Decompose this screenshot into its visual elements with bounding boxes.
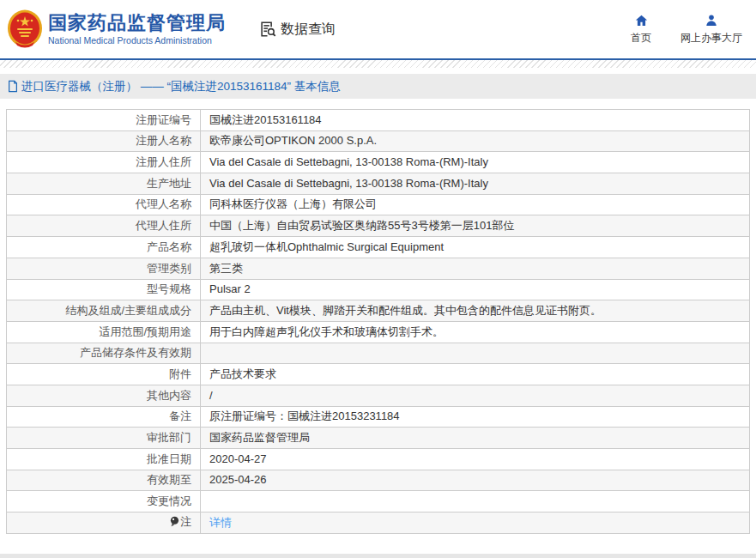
row-label: 有效期至 — [7, 470, 201, 491]
row-value: 同科林医疗仪器（上海）有限公司 — [201, 194, 750, 215]
person-icon — [705, 14, 718, 27]
data-query-icon — [258, 20, 277, 39]
table-row: 变更情况 — [7, 491, 750, 513]
row-value: 第三类 — [201, 258, 750, 279]
row-value: 超乳玻切一体机Ophthalmic Surgical Equipment — [201, 237, 750, 258]
table-row: 产品储存条件及有效期 — [7, 343, 750, 364]
row-label: 附件 — [7, 364, 201, 385]
data-query-title: 数据查询 — [258, 20, 336, 39]
table-row: 附件 产品技术要求 — [7, 364, 750, 385]
row-value: 欧帝康公司OPTIKON 2000 S.p.A. — [201, 130, 750, 152]
row-value — [201, 343, 750, 364]
row-value: Via del Casale di Settebagni, 13-00138 R… — [201, 152, 750, 173]
row-label: 产品储存条件及有效期 — [7, 343, 201, 364]
org-name-en: National Medical Products Administration — [48, 34, 226, 46]
table-row: 代理人名称 同科林医疗仪器（上海）有限公司 — [7, 194, 750, 215]
row-label: 代理人名称 — [7, 194, 201, 215]
row-label: 注册人住所 — [7, 152, 201, 173]
nav-service-hall[interactable]: 网上办事大厅 — [680, 14, 742, 45]
table-row: 结构及组成/主要组成成分 产品由主机、Vit模块、脚踏开关和配件组成。其中包含的… — [7, 300, 750, 322]
breadcrumb: 进口医疗器械（注册） —— “国械注进20153161184” 基本信息 — [0, 74, 756, 99]
row-value: 产品由主机、Vit模块、脚踏开关和配件组成。其中包含的配件信息见证书附页。 — [201, 300, 750, 322]
table-row: 审批部门 国家药品监督管理局 — [7, 428, 750, 449]
footer-strip — [0, 554, 756, 558]
table-wrap: 注册证编号 国械注进20153161184 注册人名称 欧帝康公司OPTIKON… — [0, 99, 756, 534]
row-value: 原注册证编号：国械注进20153231184 — [201, 406, 750, 428]
data-query-label: 数据查询 — [281, 21, 336, 39]
row-label: 备注 — [7, 406, 201, 428]
row-label: 管理类别 — [7, 258, 201, 279]
table-row: 批准日期 2020-04-27 — [7, 449, 750, 470]
org-name-cn: 国家药品监督管理局 — [48, 12, 226, 34]
row-label: 审批部门 — [7, 428, 201, 449]
row-label: 变更情况 — [7, 491, 201, 513]
row-value: 详情 — [201, 513, 750, 534]
info-table-body: 注册证编号 国械注进20153161184 注册人名称 欧帝康公司OPTIKON… — [7, 110, 750, 534]
site-header: 国家药品监督管理局 National Medical Products Admi… — [0, 0, 756, 60]
table-row: 注册证编号 国械注进20153161184 — [7, 110, 750, 131]
pin-icon — [170, 516, 179, 531]
table-row: 管理类别 第三类 — [7, 258, 750, 279]
table-row: 型号规格 Pulsar 2 — [7, 279, 750, 300]
row-value: Pulsar 2 — [201, 279, 750, 300]
nav-home-label: 首页 — [631, 31, 651, 45]
table-row: 有效期至 2025-04-26 — [7, 470, 750, 491]
national-emblem-icon — [7, 9, 43, 49]
row-value — [201, 491, 750, 513]
row-label: 注 — [7, 513, 201, 534]
row-label: 生产地址 — [7, 173, 201, 195]
home-icon — [634, 14, 649, 27]
table-row: 注 详情 — [7, 513, 750, 534]
row-label: 代理人住所 — [7, 215, 201, 237]
detail-link[interactable]: 详情 — [209, 516, 232, 529]
row-value: 2020-04-27 — [201, 449, 750, 470]
row-label: 注册人名称 — [7, 130, 201, 152]
breadcrumb-text: 进口医疗器械（注册） —— “国械注进20153161184” 基本信息 — [21, 79, 341, 94]
header-nav: 首页 网上办事大厅 — [631, 14, 747, 45]
row-label: 注册证编号 — [7, 110, 201, 131]
nav-service-hall-label: 网上办事大厅 — [680, 31, 742, 45]
table-row: 注册人住所 Via del Casale di Settebagni, 13-0… — [7, 152, 750, 173]
row-label: 型号规格 — [7, 279, 201, 300]
row-label: 产品名称 — [7, 237, 201, 258]
site-logo[interactable]: 国家药品监督管理局 National Medical Products Admi… — [7, 9, 226, 49]
table-row: 备注 原注册证编号：国械注进20153231184 — [7, 406, 750, 428]
row-value: 2025-04-26 — [201, 470, 750, 491]
registration-info-table: 注册证编号 国械注进20153161184 注册人名称 欧帝康公司OPTIKON… — [6, 109, 750, 534]
row-value: 国家药品监督管理局 — [201, 428, 750, 449]
row-value: Via del Casale di Settebagni, 13-00138 R… — [201, 173, 750, 195]
row-label: 适用范围/预期用途 — [7, 321, 201, 343]
table-row: 其他内容 / — [7, 385, 750, 406]
row-label: 批准日期 — [7, 449, 201, 470]
row-value: 用于白内障超声乳化仪手术和玻璃体切割手术。 — [201, 321, 750, 343]
table-row: 适用范围/预期用途 用于白内障超声乳化仪手术和玻璃体切割手术。 — [7, 321, 750, 343]
row-label: 其他内容 — [7, 385, 201, 406]
decorative-hatch-band — [0, 60, 756, 68]
nav-home[interactable]: 首页 — [631, 14, 651, 45]
row-value: 中国（上海）自由贸易试验区奥纳路55号3号楼第一层101部位 — [201, 215, 750, 237]
row-value: 产品技术要求 — [201, 364, 750, 385]
table-row: 代理人住所 中国（上海）自由贸易试验区奥纳路55号3号楼第一层101部位 — [7, 215, 750, 237]
table-row: 注册人名称 欧帝康公司OPTIKON 2000 S.p.A. — [7, 130, 750, 152]
table-row: 生产地址 Via del Casale di Settebagni, 13-00… — [7, 173, 750, 195]
row-value: 国械注进20153161184 — [201, 110, 750, 131]
row-value: / — [201, 385, 750, 406]
table-row: 产品名称 超乳玻切一体机Ophthalmic Surgical Equipmen… — [7, 237, 750, 258]
row-label: 结构及组成/主要组成成分 — [7, 300, 201, 322]
document-icon — [7, 80, 19, 93]
